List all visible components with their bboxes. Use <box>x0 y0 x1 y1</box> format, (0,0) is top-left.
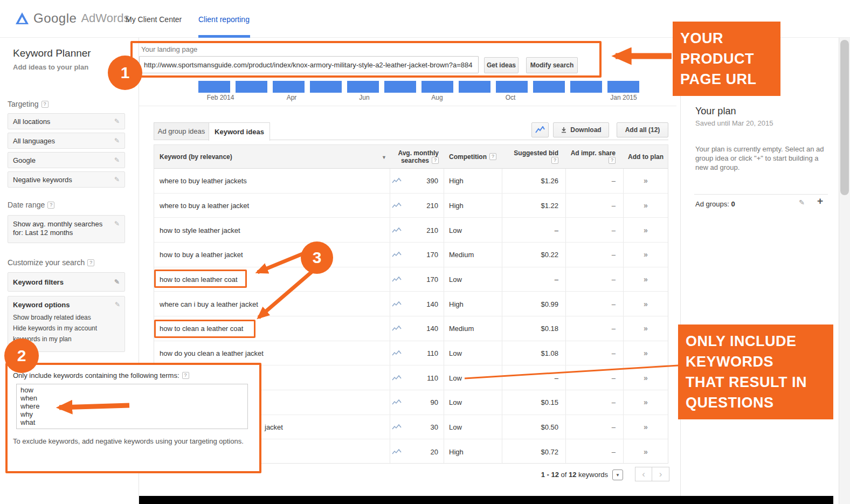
page-size-dropdown[interactable]: ▼ <box>612 470 623 480</box>
adwords-logo: Google AdWords <box>15 11 129 26</box>
add-to-plan-button[interactable]: » <box>624 226 667 234</box>
keyword-cell: where can i buy a leather jacket <box>160 300 258 308</box>
help-icon[interactable]: ? <box>47 202 54 209</box>
keyword-cell: how to clean leather coat <box>160 275 238 283</box>
edit-pencil-icon[interactable]: ✎ <box>799 198 805 206</box>
competition-cell: Low <box>449 423 462 431</box>
searches-cell: 170 <box>398 275 438 283</box>
next-page-button[interactable]: › <box>652 467 669 481</box>
download-icon <box>561 127 567 133</box>
nav-client-reporting[interactable]: Client reporting <box>198 15 250 24</box>
header-avg-monthly-searches[interactable]: Avg. monthlysearches? <box>396 149 439 164</box>
impr-cell: – <box>575 201 616 209</box>
header-add-to-plan: Add to plan <box>624 153 667 161</box>
locations-label: All locations <box>13 118 50 126</box>
add-to-plan-button[interactable]: » <box>624 374 667 382</box>
table-row: how to clean leather coat170Low––» <box>154 267 668 292</box>
annotation-line: KEYWORDS <box>686 351 826 372</box>
searches-cell: 140 <box>398 325 438 333</box>
scrollbar-thumb[interactable] <box>840 40 849 195</box>
sidebar-item-locations[interactable]: All locations✎ <box>8 113 125 129</box>
bid-cell: $1.26 <box>505 177 558 185</box>
modify-search-button[interactable]: Modify search <box>526 57 578 73</box>
header-competition[interactable]: Competition? <box>449 153 496 161</box>
help-icon[interactable]: ? <box>87 259 94 266</box>
add-to-plan-button[interactable]: » <box>624 300 667 308</box>
plan-divider <box>694 194 828 195</box>
sort-descending-icon[interactable]: ▼ <box>382 154 386 161</box>
edit-pencil-icon[interactable]: ✎ <box>114 278 120 286</box>
negative-keywords-label: Negative keywords <box>13 176 72 184</box>
scrollbar-track[interactable] <box>839 38 850 504</box>
screen: Google AdWords My Client Center Client r… <box>0 0 850 504</box>
nav-my-client-center[interactable]: My Client Center <box>126 15 182 24</box>
header-keyword[interactable]: Keyword (by relevance) <box>160 153 232 161</box>
help-icon[interactable]: ? <box>432 157 439 164</box>
help-icon[interactable]: ? <box>489 153 496 160</box>
searches-cell: 110 <box>398 349 438 357</box>
landing-page-label: Your landing page <box>141 45 197 53</box>
help-icon[interactable]: ? <box>42 101 49 108</box>
searches-cell: 90 <box>398 398 438 406</box>
add-to-plan-button[interactable]: » <box>624 201 667 210</box>
add-to-plan-button[interactable]: » <box>624 250 667 259</box>
edit-pencil-icon[interactable]: ✎ <box>114 137 120 144</box>
sidebar-item-keyword-filters[interactable]: Keyword filters✎ <box>8 272 125 292</box>
logo-adwords-text: AdWords <box>81 11 129 25</box>
header-avg-line2: searches <box>401 157 429 164</box>
tab-ad-group-ideas[interactable]: Ad group ideas <box>154 122 209 140</box>
add-to-plan-button[interactable]: » <box>624 423 667 431</box>
search-volume-bars <box>198 81 639 93</box>
edit-pencil-icon[interactable]: ✎ <box>114 176 120 183</box>
header-suggested-bid[interactable]: Suggested bid? <box>502 149 558 164</box>
download-button[interactable]: Download <box>553 122 609 137</box>
keyword-cell: how do you clean a leather jacket <box>160 349 264 357</box>
help-icon[interactable]: ? <box>551 157 558 164</box>
landing-page-input[interactable] <box>139 56 479 73</box>
help-icon[interactable]: ? <box>609 157 616 164</box>
sidebar-item-negative-keywords[interactable]: Negative keywords✎ <box>8 171 125 188</box>
add-to-plan-button[interactable]: » <box>624 447 667 456</box>
header-ad-impr-share[interactable]: Ad impr. share? <box>568 149 616 164</box>
header-bid-label: Suggested bid <box>514 149 558 157</box>
searches-cell: 30 <box>398 423 438 431</box>
annotation-line: QUESTIONS <box>686 392 826 413</box>
competition-cell: Low <box>449 226 462 234</box>
add-ad-group-icon[interactable]: + <box>817 195 823 207</box>
sidebar-item-languages[interactable]: All languages✎ <box>8 133 125 149</box>
edit-pencil-icon[interactable]: ✎ <box>114 220 120 227</box>
add-to-plan-button[interactable]: » <box>624 275 667 284</box>
impr-cell: – <box>575 275 616 283</box>
add-to-plan-button[interactable]: » <box>624 176 667 185</box>
add-to-plan-button[interactable]: » <box>624 398 667 406</box>
searches-cell: 110 <box>398 374 438 382</box>
edit-pencil-icon[interactable]: ✎ <box>114 118 120 125</box>
chart-view-button[interactable] <box>531 122 549 137</box>
competition-cell: Low <box>449 349 462 357</box>
sidebar-item-date-range[interactable]: Show avg. monthly searches for: Last 12 … <box>8 215 125 243</box>
letterbox-bar <box>139 496 833 504</box>
edit-pencil-icon[interactable]: ✎ <box>114 156 120 164</box>
add-all-button[interactable]: Add all (12) <box>617 122 668 137</box>
add-to-plan-button[interactable]: » <box>624 324 667 333</box>
sidebar-item-network[interactable]: Google✎ <box>8 152 125 168</box>
impr-cell: – <box>575 374 616 382</box>
tab-keyword-ideas[interactable]: Keyword ideas <box>209 122 270 141</box>
bid-cell: – <box>505 374 558 382</box>
prev-page-button[interactable]: ‹ <box>635 467 652 481</box>
line-chart-icon <box>535 126 545 134</box>
get-ideas-button[interactable]: Get ideas <box>484 57 519 73</box>
add-to-plan-button[interactable]: » <box>624 349 667 357</box>
include-terms-textarea[interactable]: how when where why what <box>16 384 248 429</box>
help-icon[interactable]: ? <box>182 372 189 379</box>
pagination-suffix: keywords <box>576 471 608 479</box>
edit-pencil-icon[interactable]: ✎ <box>115 301 120 308</box>
annotation-line: THAT RESULT IN <box>686 372 826 392</box>
keyword-filters-label: Keyword filters <box>13 278 64 286</box>
table-row: how to style leather jacket210Low––» <box>154 218 668 243</box>
month-label: Aug <box>431 94 443 101</box>
bid-cell: – <box>505 226 558 234</box>
bid-cell: $0.99 <box>505 300 558 308</box>
table-row: where to buy leather jackets390High$1.26… <box>154 169 668 194</box>
plan-saved-date: Saved until Mar 20, 2015 <box>695 119 773 127</box>
